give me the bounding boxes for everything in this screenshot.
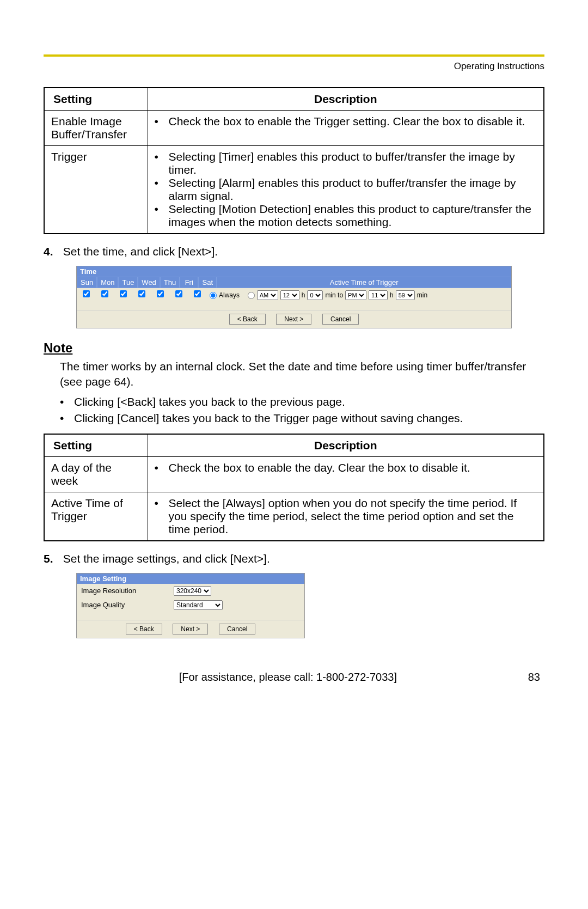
bullet-icon: • <box>155 497 169 536</box>
min-label: min <box>417 291 427 299</box>
t1-r1-i0: Selecting [Timer] enables this product t… <box>169 150 537 176</box>
t1-r1-i1: Selecting [Alarm] enables this product t… <box>169 176 537 203</box>
day-h-thu: Thu <box>160 277 180 288</box>
next-button[interactable]: Next > <box>276 314 311 325</box>
table-row: Enable Image Buffer/Transfer •Check the … <box>44 111 544 146</box>
image-resolution-select[interactable]: 320x240 <box>174 586 211 596</box>
step-5-num: 5. <box>44 552 60 565</box>
note-b1: Clicking [Cancel] takes you back to the … <box>74 412 544 425</box>
t1-r1-i2: Selecting [Motion Detection] enables thi… <box>169 203 537 229</box>
step-4-text: Set the time, and click [Next>]. <box>63 245 218 258</box>
bullet-icon: • <box>60 395 74 408</box>
t1-r0-i0: Check the box to enable the Trigger sett… <box>169 115 537 128</box>
image-quality-label: Image Quality <box>81 601 174 609</box>
to-label: min to <box>325 291 343 299</box>
assistance-text: [For assistance, please call: 1-800-272-… <box>179 671 397 684</box>
img-next-button[interactable]: Next > <box>173 624 208 635</box>
to-m-select[interactable]: 59 <box>396 290 415 300</box>
day-check-mon[interactable] <box>101 290 108 297</box>
from-m-select[interactable]: 0 <box>307 290 323 300</box>
day-check-sun[interactable] <box>83 290 90 297</box>
back-button[interactable]: < Back <box>229 314 266 325</box>
day-h-fri: Fri <box>180 277 198 288</box>
note-body: The timer works by an internal clock. Se… <box>60 359 544 390</box>
t1-h-setting: Setting <box>44 88 148 111</box>
t2-r1-i0: Select the [Always] option when you do n… <box>169 497 537 536</box>
t2-h-desc: Description <box>148 434 544 457</box>
step-5: 5. Set the image settings, and click [Ne… <box>44 552 544 565</box>
cancel-button[interactable]: Cancel <box>322 314 359 325</box>
image-resolution-label: Image Resolution <box>81 587 174 595</box>
image-setting-title: Image Setting <box>77 574 304 584</box>
day-check-sat[interactable] <box>194 290 201 297</box>
time-panel-title: Time <box>77 266 511 277</box>
t2-r1-setting: Active Time of Trigger <box>44 492 148 541</box>
step-4-num: 4. <box>44 245 60 258</box>
bullet-icon: • <box>155 203 169 229</box>
to-h-select[interactable]: 11 <box>369 290 388 300</box>
day-h-sat: Sat <box>198 277 217 288</box>
active-time-header: Active Time of Trigger <box>217 277 511 288</box>
header-rule <box>44 54 544 57</box>
always-radio[interactable] <box>210 292 217 299</box>
img-cancel-button[interactable]: Cancel <box>219 624 255 635</box>
t2-h-setting: Setting <box>44 434 148 457</box>
day-check-thu[interactable] <box>157 290 164 297</box>
to-ampm-select[interactable]: PM <box>345 290 366 300</box>
bullet-icon: • <box>60 412 74 425</box>
image-quality-select[interactable]: Standard <box>174 600 223 610</box>
from-h-select[interactable]: 12 <box>280 290 299 300</box>
t2-r0-i0: Check the box to enable the day. Clear t… <box>169 461 537 474</box>
always-label: Always <box>219 291 240 299</box>
day-header-row: Sun Mon Tue Wed Thu Fri Sat <box>77 277 217 288</box>
day-h-sun: Sun <box>77 277 97 288</box>
table-row: A day of the week •Check the box to enab… <box>44 456 544 492</box>
bullet-icon: • <box>155 461 169 474</box>
time-panel: Time Sun Mon Tue Wed Thu Fri Sat Active … <box>76 266 512 328</box>
t2-r0-setting: A day of the week <box>44 456 148 492</box>
day-check-fri[interactable] <box>175 290 182 297</box>
note-heading: Note <box>44 340 544 356</box>
day-h-tue: Tue <box>118 277 138 288</box>
image-setting-panel: Image Setting Image Resolution 320x240 I… <box>76 573 305 638</box>
day-check-tue[interactable] <box>120 290 127 297</box>
settings-table-2: Setting Description A day of the week •C… <box>44 434 544 541</box>
bullet-icon: • <box>155 176 169 203</box>
note-b0: Clicking [<Back] takes you back to the p… <box>74 395 544 408</box>
table-row: Active Time of Trigger •Select the [Alwa… <box>44 492 544 541</box>
doc-title: Operating Instructions <box>44 61 544 72</box>
day-h-wed: Wed <box>138 277 160 288</box>
from-ampm-select[interactable]: AM <box>257 290 278 300</box>
bullet-icon: • <box>155 115 169 128</box>
day-h-mon: Mon <box>97 277 118 288</box>
t1-r1-setting: Trigger <box>44 146 148 234</box>
table-row: Trigger •Selecting [Timer] enables this … <box>44 146 544 234</box>
img-back-button[interactable]: < Back <box>126 624 162 635</box>
settings-table-1: Setting Description Enable Image Buffer/… <box>44 87 544 234</box>
timeperiod-radio[interactable] <box>248 292 255 299</box>
step-4: 4. Set the time, and click [Next>]. <box>44 245 544 258</box>
page-number: 83 <box>528 671 540 684</box>
h-label-2: h <box>390 291 394 299</box>
day-check-wed[interactable] <box>138 290 145 297</box>
h-label: h <box>302 291 305 299</box>
bullet-icon: • <box>155 150 169 176</box>
t1-h-desc: Description <box>148 88 544 111</box>
t1-r0-setting: Enable Image Buffer/Transfer <box>44 111 148 146</box>
step-5-text: Set the image settings, and click [Next>… <box>63 552 270 565</box>
